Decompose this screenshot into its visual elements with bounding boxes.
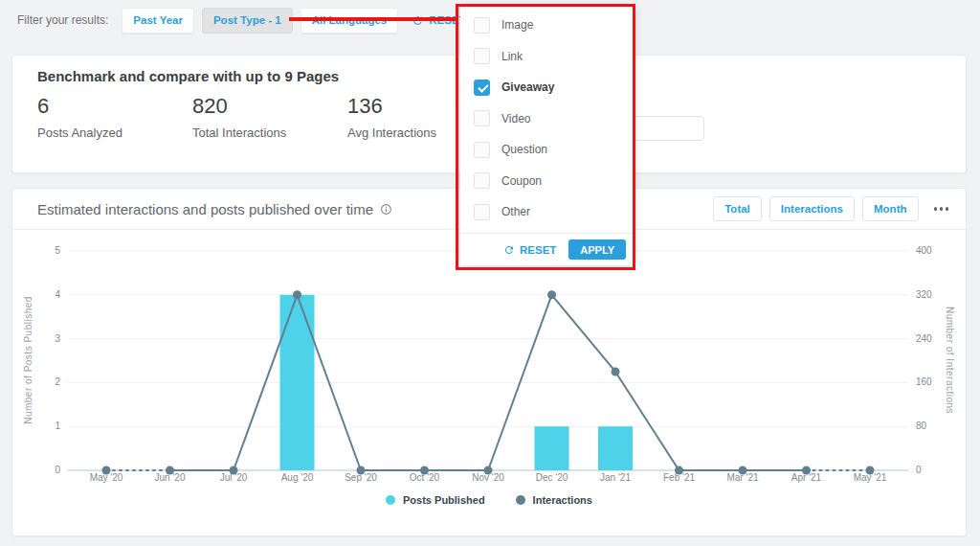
filter-button-past-year[interactable]: Past Year (122, 8, 194, 34)
checkbox-coupon[interactable] (474, 172, 490, 189)
x-axis-label: Jan '21 (600, 472, 631, 483)
interactions-point-may-21[interactable] (866, 466, 875, 475)
interactions-point-oct-20[interactable] (420, 466, 429, 475)
legend-item-posts-published[interactable]: Posts Published (386, 494, 485, 506)
post-type-option-giveaway[interactable]: Giveaway (460, 72, 635, 103)
chart-button-interactions[interactable]: Interactions (769, 196, 855, 221)
interactions-point-jun-20[interactable] (166, 466, 174, 475)
filter-bar: Filter your results: Past YearPost Type … (17, 7, 514, 34)
stat-label: Total Interactions (192, 125, 347, 140)
chart-svg: 012345080160240320400May '20Jun '20Jul '… (12, 230, 968, 490)
x-axis-label: Dec '20 (536, 472, 568, 483)
right-axis-tick: 80 (916, 421, 927, 431)
x-axis-label: Aug '20 (281, 472, 314, 483)
checkbox-question[interactable] (474, 142, 490, 158)
checkbox-giveaway[interactable] (474, 80, 490, 96)
filter-button-all-languages[interactable]: All Languages (301, 8, 399, 34)
interactions-point-apr-21[interactable] (802, 466, 811, 475)
chart-toggle-buttons: TotalInteractionsMonth (713, 196, 918, 221)
option-label: Question (501, 143, 547, 156)
legend-label: Posts Published (403, 494, 485, 506)
interactions-point-dec-20[interactable] (547, 290, 556, 299)
checkbox-other[interactable] (474, 204, 490, 220)
benchmark-title: Benchmark and compare with up to 9 Pages (37, 68, 339, 84)
legend-label: Interactions (533, 494, 592, 506)
interactions-point-jul-20[interactable] (230, 466, 238, 475)
chart-button-total[interactable]: Total (713, 196, 762, 221)
stat-value: 820 (192, 94, 347, 119)
right-axis-tick: 240 (916, 333, 932, 344)
right-axis-tick: 0 (916, 465, 922, 475)
interactions-point-mar-21[interactable] (739, 466, 747, 475)
bar-aug-20[interactable] (280, 295, 315, 470)
filter-button-post-type-1[interactable]: Post Type - 1 (202, 8, 293, 34)
left-axis-tick: 2 (55, 376, 60, 387)
interactions-point-jan-21[interactable] (612, 367, 620, 375)
post-type-option-coupon[interactable]: Coupon (460, 166, 635, 197)
refresh-icon (503, 244, 515, 256)
interactions-point-aug-20[interactable] (293, 290, 301, 299)
filter-buttons: Past YearPost Type - 1All Languages (122, 8, 406, 34)
right-axis-title: Number of Interactions (945, 307, 955, 414)
left-axis-tick: 3 (55, 333, 60, 344)
legend-item-interactions[interactable]: Interactions (516, 494, 592, 506)
option-label: Link (501, 50, 523, 63)
right-axis-tick: 400 (916, 245, 932, 256)
right-axis-tick: 160 (916, 376, 932, 387)
option-label: Image (501, 18, 533, 32)
chart-title: Estimated interactions and posts publish… (37, 201, 373, 217)
checkbox-link[interactable] (474, 48, 490, 64)
post-type-option-other[interactable]: Other (460, 196, 635, 228)
right-axis-tick: 320 (916, 289, 932, 300)
post-type-option-video[interactable]: Video (460, 103, 635, 135)
post-type-dropdown: ImageLinkGiveawayVideoQuestionCouponOthe… (460, 6, 635, 265)
bar-dec-20[interactable] (535, 426, 569, 470)
benchmark-stats: 6Posts Analyzed820Total Interactions136A… (37, 94, 502, 140)
stat-posts-analyzed: 6Posts Analyzed (37, 94, 192, 140)
dropdown-footer: RESET APPLY (460, 233, 635, 265)
stat-value: 6 (37, 94, 192, 119)
left-axis-tick: 1 (55, 421, 60, 431)
interactions-point-may-20[interactable] (102, 466, 111, 475)
post-type-option-link[interactable]: Link (460, 41, 635, 73)
interactions-line-segment (552, 295, 616, 372)
filter-bar-label: Filter your results: (17, 13, 108, 27)
post-type-option-image[interactable]: Image (460, 10, 635, 41)
left-axis-tick: 5 (55, 245, 60, 256)
left-axis-tick: 4 (55, 289, 60, 300)
option-label: Coupon (501, 174, 542, 188)
dropdown-apply-button[interactable]: APPLY (568, 239, 626, 260)
more-options-icon[interactable] (930, 201, 953, 216)
legend-dot (516, 495, 525, 505)
checkbox-video[interactable] (474, 110, 490, 126)
chart-button-month[interactable]: Month (862, 196, 918, 221)
option-label: Video (501, 112, 530, 125)
refresh-icon (412, 14, 424, 27)
bar-jan-21[interactable] (598, 426, 633, 470)
stat-total-interactions: 820Total Interactions (192, 94, 347, 140)
chart-legend: Posts PublishedInteractions (12, 494, 966, 506)
legend-dot (386, 495, 395, 505)
stat-label: Posts Analyzed (37, 125, 192, 140)
interactions-point-nov-20[interactable] (484, 466, 493, 475)
dropdown-reset-label: RESET (520, 244, 556, 256)
left-axis-title: Number of Posts Published (23, 296, 33, 424)
post-type-option-question[interactable]: Question (460, 134, 635, 166)
interactions-point-feb-21[interactable] (675, 466, 683, 475)
dropdown-reset-button[interactable]: RESET (503, 244, 556, 256)
checkbox-image[interactable] (474, 17, 490, 34)
left-axis-tick: 0 (55, 465, 60, 475)
interactions-point-sep-20[interactable] (357, 466, 366, 475)
post-type-options: ImageLinkGiveawayVideoQuestionCouponOthe… (460, 10, 635, 228)
option-label: Other (501, 205, 530, 218)
option-label: Giveaway (501, 80, 554, 94)
info-icon[interactable] (380, 203, 392, 216)
